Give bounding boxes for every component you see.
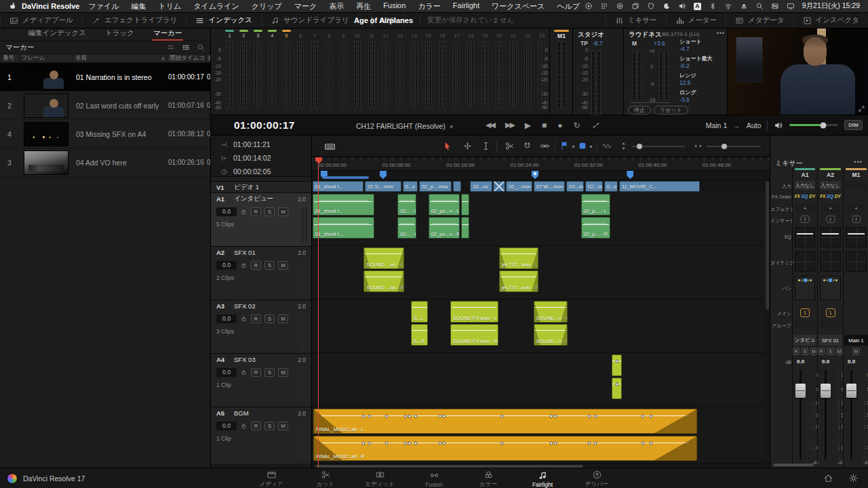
record-arm-button[interactable]: R (793, 348, 800, 355)
loudness-standard[interactable]: BS.1770-1 (LU) (662, 31, 700, 37)
eq-graph[interactable] (795, 227, 815, 247)
audio-clip[interactable] (612, 354, 622, 376)
search-icon[interactable] (755, 2, 764, 10)
strip-name[interactable]: SFX 01 (818, 335, 842, 346)
column-header[interactable]: 終了タ (205, 54, 210, 62)
solo-button[interactable]: S (264, 261, 275, 270)
expand-viewer-icon[interactable] (858, 105, 865, 113)
track-header-a3[interactable]: A3SFX 022.00.0RSM3 Clips (211, 300, 311, 353)
video-clip[interactable]: 10...ov (470, 181, 492, 192)
solo-button[interactable]: S (264, 368, 275, 377)
page-tab-デリバー[interactable]: デリバー (570, 468, 624, 488)
in-point-field[interactable]: 01:00:11:21 (211, 138, 311, 151)
fader-handle[interactable] (795, 384, 806, 398)
record-arm-button[interactable]: R (251, 422, 261, 430)
audio-clip[interactable]: SOUND...v - L (534, 301, 568, 323)
pan-control[interactable] (795, 276, 815, 300)
audio-clip[interactable]: SOUND FX.wav - R (450, 324, 498, 346)
selection-tool-icon[interactable] (442, 141, 452, 151)
record-arm-button[interactable]: R (251, 261, 261, 270)
main-assign-button[interactable]: 1 (800, 308, 810, 317)
marker-row[interactable]: 304 Add VO here01:00:26:1601:00 (0, 148, 210, 177)
menu-item[interactable]: ワークスペース (492, 1, 545, 12)
add-effect-button[interactable]: + (795, 204, 815, 213)
audio-clip[interactable] (612, 378, 622, 399)
transition[interactable] (493, 181, 506, 192)
menu-item[interactable]: クリップ (252, 1, 282, 12)
add-effect-button[interactable]: + (820, 204, 841, 213)
audio-clip[interactable]: jet-737...wav - R (499, 270, 538, 292)
fader-db-value[interactable]: 0.0 (848, 359, 855, 365)
toolbar-button-index[interactable]: インデックス (186, 13, 261, 28)
loudness-stop-button[interactable]: 停止 (628, 106, 651, 115)
dim-button[interactable]: DIM (844, 120, 863, 130)
insert-button[interactable]: I (826, 216, 835, 223)
menu-item[interactable]: カラー (418, 1, 441, 12)
menu-item[interactable]: トリム (158, 1, 181, 12)
vertical-scrollbar[interactable] (766, 181, 769, 310)
playhead[interactable] (318, 157, 319, 468)
video-clip[interactable]: 02...ov (585, 181, 603, 192)
solo-button[interactable]: S (802, 348, 808, 355)
bt-icon[interactable] (709, 2, 717, 10)
index-tab[interactable]: トラック (104, 28, 136, 41)
page-tab-メディア[interactable]: メディア (244, 468, 298, 488)
insert-button[interactable]: I (852, 216, 861, 223)
record-arm-button[interactable]: R (251, 207, 261, 216)
rewind-button[interactable]: ◀◀ (486, 121, 494, 129)
page-tab-エディット[interactable]: エディット (353, 468, 407, 488)
page-tab-Fusion[interactable]: Fusion (407, 469, 461, 488)
audio-clip[interactable]: 02_po...v - R (429, 217, 460, 239)
horizontal-zoom-slider[interactable] (707, 146, 761, 147)
toolbar-button-metadata[interactable]: メタデータ (726, 13, 793, 28)
horizontal-zoom-icon[interactable] (693, 141, 703, 151)
video-clip[interactable]: 0...v (403, 181, 418, 192)
edit-selection-tool-icon[interactable] (481, 141, 491, 151)
dynamics-graph[interactable] (820, 251, 841, 272)
track-header-a2[interactable]: A2SFX 012.00.0RSM2 Clips (211, 246, 311, 300)
marker-dropdown-icon[interactable]: ▼ (589, 144, 593, 149)
page-tab-カット[interactable]: カット (298, 468, 353, 488)
apple-logo-icon[interactable] (8, 2, 17, 11)
menu-item[interactable]: マーク (294, 1, 317, 12)
snapping-icon[interactable] (522, 141, 532, 151)
search-icon[interactable] (197, 43, 205, 52)
lock-icon[interactable] (240, 369, 248, 376)
audio-clip[interactable]: SOUND ...av - L (363, 247, 404, 269)
vertical-zoom-slider[interactable] (632, 146, 685, 147)
dynamics-graph[interactable] (795, 251, 815, 272)
range-selection-tool-icon[interactable] (462, 141, 473, 151)
record-button[interactable]: ● (557, 121, 562, 130)
marker-row[interactable]: 101 Narration is in stereo01:00:00:1701:… (0, 63, 210, 92)
mute-button[interactable]: M (278, 314, 288, 323)
column-header[interactable]: 開始タイムコード (167, 54, 205, 62)
mute-button[interactable]: M (278, 368, 288, 377)
video-clip[interactable]: 11_MOVIE_C... (619, 181, 700, 192)
timeline-marker[interactable] (532, 171, 538, 179)
audio-clip[interactable]: 01_shoot t... (313, 217, 375, 239)
eq-graph[interactable] (846, 227, 867, 247)
menu-item[interactable]: Fairlight (453, 1, 479, 12)
audio-clip[interactable]: S...L (411, 301, 428, 323)
lock-icon[interactable] (240, 208, 248, 216)
project-manager-icon[interactable] (823, 473, 833, 483)
solo-button[interactable]: S (264, 314, 275, 323)
main-assign-button[interactable]: 1 (826, 308, 835, 317)
record-arm-button[interactable]: R (251, 314, 261, 323)
fader-db-value[interactable]: 0.0 (797, 359, 804, 365)
track-gain[interactable]: 0.0 (216, 261, 237, 270)
mute-button[interactable]: M (278, 422, 288, 430)
column-header[interactable]: 名前∧ (73, 54, 167, 62)
page-tab-Fairlight[interactable]: Fairlight (515, 469, 570, 488)
loop-button[interactable]: ↻ (574, 121, 580, 130)
mixer-options-icon[interactable]: ••• (854, 159, 863, 165)
group-slot[interactable] (820, 321, 841, 328)
mute-button[interactable]: M (836, 348, 843, 355)
audio-clip[interactable] (461, 217, 470, 239)
list-view-icon[interactable] (182, 43, 190, 52)
timeline-view-options-icon[interactable] (324, 141, 336, 152)
monitor-volume-slider[interactable] (789, 124, 838, 126)
solo-button[interactable]: S (264, 207, 275, 216)
toolbar-button-inspector[interactable]: インスペクタ (793, 13, 868, 28)
monitor-mode-label[interactable]: Auto (747, 121, 762, 129)
